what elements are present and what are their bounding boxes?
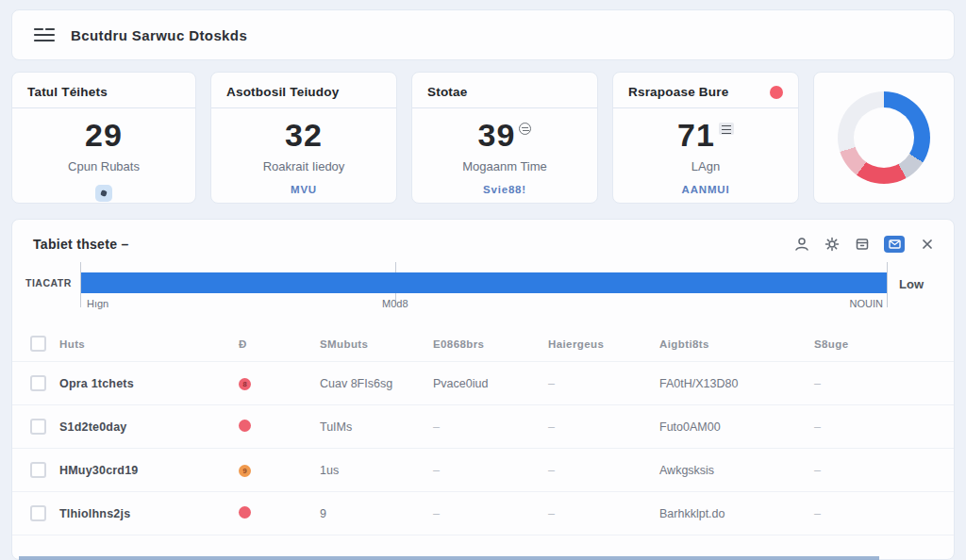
table-row[interactable]: S1d2te0day TuIMs – – Futo0AM00 – [12, 405, 954, 449]
column-header: E0868brs [433, 338, 548, 350]
column-header: S8uge [814, 338, 954, 350]
slider-right-label: Low [888, 262, 937, 319]
row-checkbox[interactable] [30, 419, 46, 435]
cell: – [548, 420, 659, 434]
archive-icon[interactable] [854, 237, 870, 253]
column-header: Aigbti8ts [659, 338, 814, 350]
slider-track: Hıgn M0d8 NOUIN [80, 262, 888, 319]
priority-slider: TIACATR Hıgn M0d8 NOUIN Low [12, 260, 954, 319]
stat-value: 32 [211, 119, 396, 151]
status-badge [239, 506, 251, 519]
ticket-name: Tlhiolhns2js [59, 507, 239, 520]
ticket-name: HMuy30crd19 [59, 464, 239, 477]
stat-title: Tatul Téihets [27, 85, 108, 99]
page-title: Bcutdru Sarwuc Dtoskds [71, 27, 247, 43]
cell: – [814, 464, 954, 477]
stat-subtitle: Cpun Rubats [12, 159, 195, 173]
cell: – [814, 420, 954, 434]
row-checkbox[interactable] [30, 462, 46, 478]
tick-label-right: NOUIN [850, 298, 883, 309]
close-icon[interactable] [919, 237, 935, 253]
row-checkbox[interactable] [30, 375, 46, 391]
menu-lines-icon[interactable] [33, 26, 56, 43]
tick-mark [887, 262, 888, 307]
stat-link[interactable]: AANMUI [613, 184, 798, 195]
status-badge [239, 420, 251, 432]
section-title: Tabiet thsete – [33, 237, 129, 252]
stat-subtitle: Roakrait Iiedoy [211, 159, 396, 173]
cell: – [814, 377, 954, 390]
dashboard-page: Bcutdru Sarwuc Dtoskds Tatul Téihets 29 … [0, 0, 966, 560]
donut-card [813, 72, 955, 204]
column-header: Huts [59, 338, 239, 350]
stat-value: 29 [12, 119, 195, 151]
cell: – [548, 377, 659, 390]
stat-title: Rsrapoase Bure [628, 85, 728, 99]
status-dot-icon [770, 86, 783, 99]
cell: – [814, 507, 954, 520]
user-icon[interactable] [793, 237, 809, 253]
stat-link[interactable]: Svie88! [412, 184, 597, 195]
stat-link[interactable]: MVU [211, 184, 396, 195]
table-row[interactable]: Opra 1tchets 8 Cuav 8FIs6sg Pvace0iud – … [12, 362, 954, 405]
table-row[interactable]: Tlhiolhns2js 9 – – Barhkklpt.do – [12, 492, 954, 535]
cell: – [548, 507, 659, 520]
stat-subtitle: Mogaanm Time [412, 159, 597, 173]
ticket-section: Tabiet thsete – TI [11, 219, 955, 560]
stat-card-2: Asotbosil Teiudoy 32 Roakrait Iiedoy MVU [210, 72, 397, 204]
section-toolbar [793, 236, 935, 253]
donut-hole [854, 107, 914, 168]
slider-bar[interactable] [81, 272, 887, 293]
stat-value: 39 [412, 119, 597, 151]
column-header: Ð [239, 338, 320, 350]
ticket-name: S1d2te0day [59, 420, 239, 434]
stat-card-status: Stotae 39 Mogaanm Time Svie88! [411, 72, 598, 204]
cell: Barhkklpt.do [659, 507, 814, 520]
ticket-name: Opra 1tchets [59, 377, 239, 390]
cell: – [433, 464, 548, 477]
gear-icon[interactable] [824, 237, 840, 253]
row-checkbox[interactable] [30, 505, 46, 521]
column-header: Haiergeus [548, 338, 659, 350]
stat-card-total-tickets: Tatul Téihets 29 Cpun Rubats [11, 72, 196, 204]
stat-value: 71 [613, 119, 798, 151]
mail-button-icon[interactable] [884, 236, 905, 253]
column-header: SMubuts [320, 338, 433, 350]
info-chip-icon[interactable] [95, 185, 112, 202]
stats-row: Tatul Téihets 29 Cpun Rubats Asotbosil T… [11, 72, 955, 204]
cell: – [433, 507, 548, 520]
cell: Awkgsksis [659, 464, 814, 477]
tick-label-left: Hıgn [87, 298, 108, 309]
top-header-bar: Bcutdru Sarwuc Dtoskds [11, 9, 955, 60]
cell: FA0tH/X13D80 [659, 377, 814, 390]
table-row[interactable]: HMuy30crd19 9 1us – – Awkgsksis – [12, 449, 954, 492]
slider-label: TIACATR [25, 262, 80, 319]
stat-title: Asotbosil Teiudoy [226, 85, 339, 99]
table-header-row: Huts Ð SMubuts E0868brs Haiergeus Aigbti… [12, 326, 954, 362]
cell: Futo0AM00 [659, 420, 814, 434]
scribble-icon [519, 123, 531, 135]
status-badge: 9 [239, 465, 251, 477]
select-all-checkbox[interactable] [30, 336, 46, 352]
cell-status: Cuav 8FIs6sg [320, 377, 433, 390]
cell-status: 1us [320, 464, 433, 477]
cell: Pvace0iud [433, 377, 548, 390]
cell: – [433, 420, 548, 434]
status-badge: 8 [239, 378, 251, 390]
cell-status: 9 [320, 507, 433, 520]
viewport-bottom-edge [19, 556, 879, 560]
ticket-table: Huts Ð SMubuts E0868brs Haiergeus Aigbti… [12, 326, 954, 535]
cell-status: TuIMs [320, 420, 433, 434]
stat-subtitle: LAgn [613, 159, 798, 173]
mini-lines-badge-icon [719, 123, 734, 135]
donut-chart [838, 91, 930, 184]
stat-card-response: Rsrapoase Bure 71 LAgn AANMUI [612, 72, 799, 204]
tick-label-mid: M0d8 [382, 298, 408, 309]
cell: – [548, 464, 659, 477]
stat-title: Stotae [427, 85, 467, 99]
